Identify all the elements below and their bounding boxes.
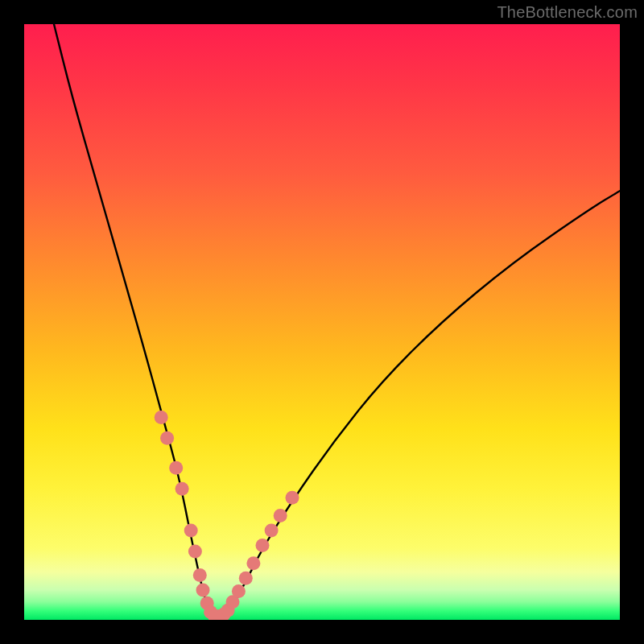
dot bbox=[286, 491, 299, 505]
dot bbox=[188, 544, 202, 558]
dot bbox=[196, 584, 210, 597]
dot bbox=[160, 431, 174, 445]
dot bbox=[184, 524, 198, 538]
dot bbox=[239, 572, 253, 585]
chart-svg bbox=[24, 24, 620, 620]
highlight-dots bbox=[155, 411, 299, 620]
dot bbox=[246, 556, 260, 570]
dot bbox=[232, 584, 246, 598]
watermark-text: TheBottleneck.com bbox=[497, 3, 638, 22]
dot bbox=[175, 482, 189, 496]
plot-area bbox=[24, 24, 620, 620]
bottleneck-curve bbox=[54, 24, 620, 617]
dot bbox=[274, 509, 287, 522]
dot bbox=[265, 524, 279, 538]
dot bbox=[256, 539, 270, 552]
dot bbox=[169, 461, 183, 475]
chart-frame: TheBottleneck.com bbox=[0, 0, 644, 644]
dot bbox=[193, 568, 207, 582]
dot bbox=[155, 411, 168, 424]
